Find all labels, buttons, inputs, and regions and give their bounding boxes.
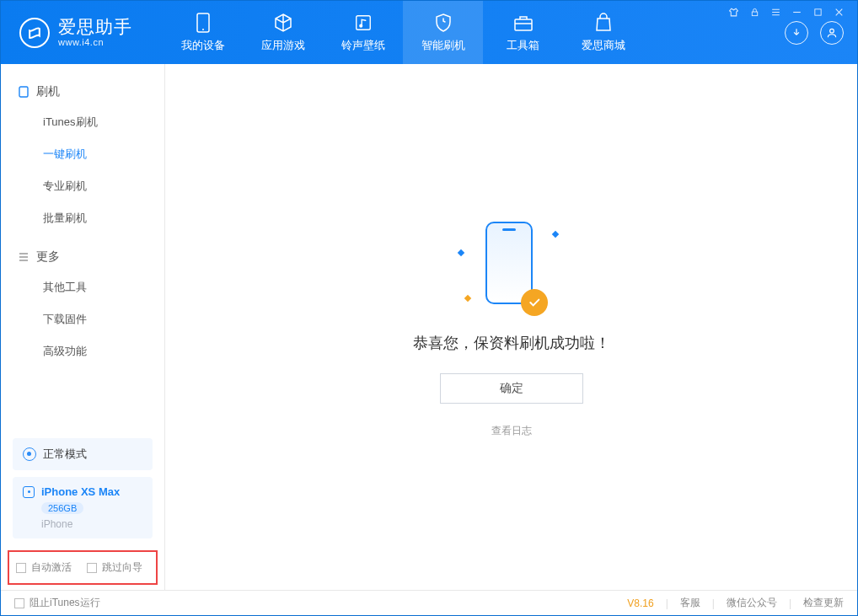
- checkbox-icon: [87, 563, 97, 573]
- tab-smart-flash[interactable]: 智能刷机: [403, 1, 483, 64]
- lock-icon[interactable]: [748, 6, 761, 19]
- close-icon[interactable]: [833, 6, 845, 19]
- tab-ringtone-wallpaper[interactable]: 铃声壁纸: [323, 1, 403, 64]
- tab-apps-games[interactable]: 应用游戏: [243, 1, 323, 64]
- svg-rect-6: [752, 12, 757, 16]
- phone-icon: [18, 86, 29, 98]
- tab-label: 应用游戏: [261, 38, 305, 53]
- options-highlight-box: 自动激活 跳过向导: [8, 550, 158, 585]
- sidebar-item-pro-flash[interactable]: 专业刷机: [1, 170, 164, 202]
- footer-link-support[interactable]: 客服: [680, 596, 700, 610]
- tab-toolbox[interactable]: 工具箱: [483, 1, 563, 64]
- toolbox-icon: [513, 13, 534, 33]
- section-title: 刷机: [36, 84, 60, 99]
- header-actions: [785, 21, 857, 45]
- download-icon[interactable]: [785, 21, 808, 45]
- cube-icon: [273, 13, 293, 33]
- minimize-icon[interactable]: [791, 6, 803, 19]
- svg-rect-8: [19, 87, 28, 97]
- device-name: iPhone XS Max: [41, 485, 120, 498]
- svg-rect-2: [356, 15, 370, 29]
- success-illustration: [457, 217, 566, 318]
- checkbox-label: 跳过向导: [102, 560, 142, 575]
- music-icon: [353, 13, 373, 33]
- sidebar: 刷机 iTunes刷机 一键刷机 专业刷机 批量刷机 更多 其他工具 下载固件 …: [1, 64, 165, 590]
- maximize-icon[interactable]: [812, 6, 824, 19]
- hamburger-icon: [18, 251, 29, 263]
- tab-my-device[interactable]: 我的设备: [163, 1, 243, 64]
- tab-label: 工具箱: [507, 38, 539, 53]
- checkmark-badge-icon: [521, 289, 548, 316]
- confirm-button[interactable]: 确定: [440, 373, 583, 404]
- logo-icon: [19, 18, 50, 48]
- logo: 爱思助手 www.i4.cn: [1, 18, 149, 48]
- app-header: 爱思助手 www.i4.cn 我的设备 应用游戏 铃声壁纸 智能刷机 工具箱 爱…: [1, 1, 857, 64]
- footer: 阻止iTunes运行 V8.16 | 客服 | 微信公众号 | 检查更新: [1, 590, 857, 615]
- checkbox-label: 自动激活: [31, 560, 72, 575]
- mode-label: 正常模式: [43, 447, 87, 462]
- sidebar-section-flash: 刷机: [1, 78, 164, 106]
- user-icon[interactable]: [820, 21, 844, 45]
- checkbox-auto-activate[interactable]: 自动激活: [16, 560, 72, 575]
- svg-rect-7: [815, 9, 821, 15]
- sidebar-item-download-firmware[interactable]: 下载固件: [1, 303, 164, 335]
- section-title: 更多: [36, 249, 60, 265]
- device-platform: iPhone: [41, 518, 142, 530]
- sidebar-item-advanced[interactable]: 高级功能: [1, 335, 164, 367]
- device-icon: [23, 486, 35, 498]
- sidebar-item-batch-flash[interactable]: 批量刷机: [1, 202, 164, 234]
- sidebar-section-more: 更多: [1, 243, 164, 271]
- footer-link-update[interactable]: 检查更新: [803, 596, 844, 610]
- shield-icon: [433, 13, 453, 33]
- shirt-icon[interactable]: [727, 6, 740, 19]
- sidebar-item-itunes-flash[interactable]: iTunes刷机: [1, 106, 164, 138]
- svg-rect-4: [515, 19, 532, 30]
- version-label: V8.16: [627, 597, 653, 609]
- bag-icon: [593, 13, 614, 33]
- app-site: www.i4.cn: [58, 37, 132, 47]
- view-log-link[interactable]: 查看日志: [491, 424, 532, 438]
- tab-label: 铃声壁纸: [341, 38, 385, 53]
- footer-link-wechat[interactable]: 微信公众号: [727, 596, 777, 610]
- device-icon: [193, 13, 213, 33]
- menu-icon[interactable]: [770, 6, 782, 19]
- main-tabs: 我的设备 应用游戏 铃声壁纸 智能刷机 工具箱 爱思商城: [163, 1, 643, 64]
- window-controls: [727, 6, 845, 19]
- svg-point-5: [830, 29, 834, 33]
- svg-point-1: [202, 29, 204, 30]
- checkbox-icon: [16, 563, 26, 573]
- tab-store[interactable]: 爱思商城: [563, 1, 643, 64]
- device-card[interactable]: iPhone XS Max 256GB iPhone: [13, 477, 153, 538]
- tab-label: 智能刷机: [421, 38, 465, 53]
- tab-label: 我的设备: [181, 38, 225, 53]
- app-name: 爱思助手: [58, 18, 132, 36]
- checkbox-label: 阻止iTunes运行: [29, 596, 100, 610]
- checkbox-block-itunes[interactable]: 阻止iTunes运行: [14, 596, 100, 610]
- checkbox-icon: [14, 598, 24, 608]
- svg-point-3: [359, 24, 362, 27]
- tab-label: 爱思商城: [582, 38, 625, 53]
- checkbox-skip-guide[interactable]: 跳过向导: [87, 560, 142, 575]
- sidebar-item-oneclick-flash[interactable]: 一键刷机: [1, 138, 164, 170]
- main-content: 恭喜您，保资料刷机成功啦！ 确定 查看日志: [165, 64, 857, 590]
- sidebar-item-other-tools[interactable]: 其他工具: [1, 271, 164, 303]
- device-storage: 256GB: [41, 502, 83, 514]
- success-message: 恭喜您，保资料刷机成功啦！: [413, 333, 610, 353]
- mode-indicator[interactable]: 正常模式: [13, 438, 153, 470]
- mode-icon: [23, 447, 36, 461]
